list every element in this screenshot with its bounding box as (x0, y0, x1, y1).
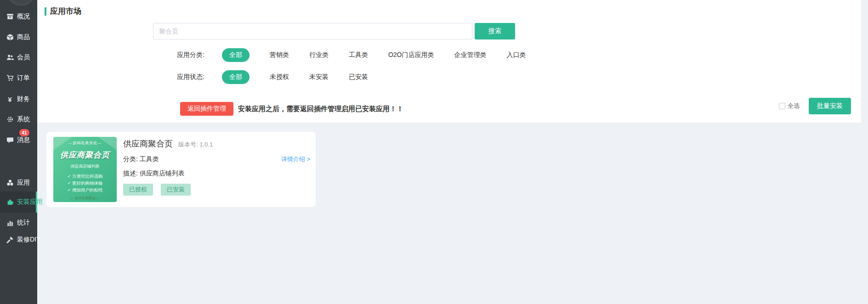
page-title: 应用市场 (45, 6, 81, 17)
select-all-checkbox[interactable] (779, 103, 785, 109)
app-version: 版本号: 1.0.1 (178, 141, 213, 149)
check-icon: ✓ (67, 180, 71, 186)
status-option-all-selected[interactable]: 全部 (222, 70, 250, 84)
authorized-tag: 已授权 (123, 184, 153, 196)
thumb-feature-line: ✓ 增加用户的粘性 (53, 186, 117, 193)
thumb-brand-top: —源码电商系统— (53, 141, 117, 146)
thumb-feature-line: ✓ 方便对比和选购 (53, 173, 117, 180)
app-category-label: 分类: (123, 155, 138, 163)
check-icon: ✓ (67, 187, 71, 192)
app-card-body: 供应商聚合页 版本号: 1.0.1 分类: 工具类 详情介绍 > 描述: 供应商… (123, 138, 311, 178)
batch-install-button[interactable]: 批量安装 (809, 98, 851, 114)
system-gear-icon (6, 116, 14, 123)
app-card: —源码电商系统— 供应商聚合页 供应商店铺列表 ✓ 方便对比和选购 ✓ 更好的购… (46, 132, 316, 207)
app-title-row: 供应商聚合页 版本号: 1.0.1 (123, 138, 311, 149)
sidebar-item-statistics[interactable]: 统计 (0, 216, 37, 229)
detail-link[interactable]: 详情介绍 > (281, 155, 310, 163)
status-option-unauthorized[interactable]: 未授权 (270, 73, 289, 81)
thumb-brand-bottom: — 专注智慧商业 — (53, 196, 117, 201)
sidebar-item-decorate-diy[interactable]: 装修DIY (0, 233, 37, 246)
sidebar-item-system[interactable]: 系统 (0, 113, 37, 126)
app-category-value: 工具类 (140, 155, 159, 163)
batch-actions: 全选 批量安装 (779, 98, 851, 114)
sidebar-item-overview[interactable]: 概况 (0, 10, 37, 23)
sidebar: 概况 商品 会员 订单 ¥ 财务 (0, 0, 37, 304)
filter-row-status: 应用状态: 全部 未授权 未安装 已安装 (177, 70, 388, 84)
search-input[interactable] (153, 23, 472, 39)
status-filter-label: 应用状态: (177, 73, 204, 81)
category-option-enterprise[interactable]: 企业管理类 (454, 51, 486, 59)
select-all-label: 全选 (788, 102, 800, 110)
sidebar-item-installed-apps[interactable]: 安装应用 (0, 191, 37, 213)
app-status-tags: 已授权 已安装 (123, 184, 199, 196)
finance-yen-icon: ¥ (6, 96, 14, 103)
members-users-icon (6, 54, 14, 61)
sidebar-item-finance[interactable]: ¥ 财务 (0, 93, 37, 106)
select-all-group: 全选 (779, 102, 800, 110)
app-market-panel: 应用市场 搜索 应用分类: 全部 营销类 行业类 工具类 O2O门店应用类 企业… (37, 0, 861, 123)
app-thumbnail: —源码电商系统— 供应商聚合页 供应商店铺列表 ✓ 方便对比和选购 ✓ 更好的购… (53, 137, 117, 202)
orders-cart-icon (6, 74, 14, 82)
search-button[interactable]: 搜索 (475, 23, 515, 39)
app-desc-value: 供应商店铺列表 (140, 169, 185, 177)
install-warning-text: 安装应用之后，需要返回插件管理启用已安装应用！！ (238, 102, 403, 116)
sidebar-item-label: 统计 (17, 219, 30, 227)
overview-icon (6, 13, 14, 20)
sidebar-item-members[interactable]: 会员 (0, 51, 37, 64)
category-option-entry[interactable]: 入口类 (506, 51, 526, 59)
statistics-bars-icon (6, 219, 14, 226)
sidebar-item-label: 财务 (17, 95, 30, 103)
app-desc-row: 描述: 供应商店铺列表 (123, 169, 311, 178)
installed-tag: 已安装 (161, 184, 191, 196)
thumb-feature-line: ✓ 更好的购物体验 (53, 180, 117, 186)
decorate-hammer-icon (6, 236, 14, 243)
filter-row-category: 应用分类: 全部 营销类 行业类 工具类 O2O门店应用类 企业管理类 入口类 (177, 48, 546, 62)
avatar[interactable] (7, 0, 35, 6)
sidebar-item-products[interactable]: 商品 (0, 31, 37, 44)
message-bubble-icon (6, 136, 14, 144)
message-count-badge: 41 (19, 129, 29, 136)
category-option-tools[interactable]: 工具类 (349, 51, 368, 59)
page-title-text: 应用市场 (50, 6, 81, 17)
sidebar-item-label: 系统 (17, 115, 30, 124)
category-option-o2o[interactable]: O2O门店应用类 (388, 51, 434, 59)
sidebar-item-apps[interactable]: 应用 (0, 176, 37, 189)
sidebar-item-label: 订单 (17, 74, 30, 82)
thumb-subtitle: 供应商店铺列表 (53, 163, 117, 169)
product-box-icon (6, 34, 14, 41)
title-accent-bar (45, 7, 46, 16)
category-option-all-selected[interactable]: 全部 (222, 48, 250, 62)
category-option-marketing[interactable]: 营销类 (270, 51, 289, 59)
apps-circles-icon (6, 179, 14, 186)
sidebar-item-label: 会员 (17, 53, 30, 62)
sidebar-item-orders[interactable]: 订单 (0, 72, 37, 84)
sidebar-item-label: 商品 (17, 33, 30, 41)
sidebar-item-messages[interactable]: 消息 41 (0, 134, 37, 146)
app-title: 供应商聚合页 (123, 138, 173, 149)
sidebar-item-label: 安装应用 (17, 198, 43, 206)
installed-apps-puzzle-icon (6, 198, 14, 206)
status-option-installed[interactable]: 已安装 (349, 73, 368, 81)
sidebar-item-label: 概况 (17, 12, 30, 21)
app-category-row: 分类: 工具类 详情介绍 > (123, 155, 311, 163)
sidebar-item-label: 应用 (17, 179, 30, 187)
category-filter-label: 应用分类: (177, 51, 204, 59)
back-to-plugin-manager-button[interactable]: 返回插件管理 (180, 102, 233, 116)
sidebar-item-label: 装修DIY (17, 236, 40, 244)
thumb-features: ✓ 方便对比和选购 ✓ 更好的购物体验 ✓ 增加用户的粘性 (53, 173, 117, 193)
thumb-title: 供应商聚合页 (53, 150, 117, 160)
page: 概况 商品 会员 订单 ¥ 财务 (0, 0, 868, 304)
check-icon: ✓ (67, 174, 71, 179)
status-option-not-installed[interactable]: 未安装 (309, 73, 329, 81)
category-option-industry[interactable]: 行业类 (309, 51, 329, 59)
app-desc-label: 描述: (123, 169, 138, 177)
sidebar-item-label: 消息 (17, 136, 30, 144)
